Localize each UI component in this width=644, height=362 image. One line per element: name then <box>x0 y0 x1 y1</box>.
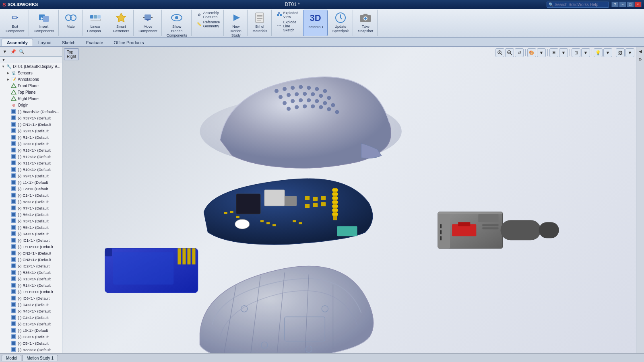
tab-model[interactable]: Model <box>2 355 21 361</box>
svg-rect-46 <box>12 142 15 145</box>
tree-component-4[interactable]: (-) R1<1> (Default <box>0 134 62 140</box>
svg-rect-80 <box>12 251 15 255</box>
update-speedpak-button[interactable]: UpdateSpeedpak <box>331 10 351 34</box>
svg-rect-40 <box>12 123 15 126</box>
filter-button[interactable]: ▼ <box>1 47 9 56</box>
3d-viewport[interactable]: ↺ 🎨 ▼ 👁 ▼ ⊞ ▼ 💡 ▼ 🖼 ▼ Top Right <box>62 47 636 353</box>
linear-component-button[interactable]: LinearCompon... <box>86 10 106 34</box>
tree-origin[interactable]: ⊕ Origin <box>0 102 62 108</box>
mate-button[interactable]: Mate <box>62 10 80 30</box>
tree-component-15[interactable]: (-) R7<1> (Default <box>0 205 62 211</box>
tree-root[interactable]: ▼ 🔧 DT01 (Default<Display 9... <box>0 63 62 70</box>
reference-geometry-button[interactable]: 📏 ReferenceGeometry <box>195 20 221 29</box>
smart-fasteners-button[interactable]: SmartFasteners <box>111 10 131 34</box>
tree-component-8[interactable]: (-) R11<1> (Default <box>0 160 62 166</box>
tree-component-21[interactable]: (-) LED2<1> (Default <box>0 243 62 250</box>
tree-component-36[interactable]: (-) C5<1> (Default <box>0 340 62 346</box>
svg-rect-164 <box>332 193 338 195</box>
tree-front-plane[interactable]: Front Plane <box>0 82 62 89</box>
tree-component-18[interactable]: (-) R5<1> (Default <box>0 224 62 230</box>
pin-button[interactable]: 📌 <box>9 47 17 56</box>
tree-component-12[interactable]: (-) L2<1> (Default <box>0 185 62 192</box>
tab-layout[interactable]: Layout <box>33 39 57 46</box>
tree-component-6[interactable]: (-) R15<1> (Default <box>0 147 62 153</box>
tree-component-1[interactable]: (-) R37<1> (Default <box>0 115 62 121</box>
tree-component-37[interactable]: (-) R38<1> (Default <box>0 346 62 353</box>
instant3d-button[interactable]: 3D Instant3D <box>306 11 325 30</box>
svg-rect-88 <box>12 277 15 280</box>
search-bar[interactable]: 🔍 Search SolidWorks Help <box>547 2 609 8</box>
tree-component-10[interactable]: (-) R9<1> (Default <box>0 173 62 179</box>
tree-component-25[interactable]: (-) R36<1> (Default <box>0 269 62 276</box>
tree-annotations[interactable]: ▶ 📝 Annotations <box>0 76 62 82</box>
svg-point-146 <box>303 104 307 108</box>
tree-component-14[interactable]: (-) R8<1> (Default <box>0 198 62 205</box>
tree-component-17[interactable]: (-) R3<1> (Default <box>0 218 62 224</box>
svg-rect-19 <box>256 13 264 23</box>
tree-component-24[interactable]: (-) IC2<1> (Default <box>0 263 62 269</box>
tree-component-33[interactable]: (-) C15<1> (Default <box>0 321 62 327</box>
tree-component-16[interactable]: (-) R6<1> (Default <box>0 211 62 218</box>
tree-component-9[interactable]: (-) R10<1> (Default <box>0 166 62 173</box>
move-component-button[interactable]: MoveComponent <box>137 10 159 34</box>
svg-rect-179 <box>299 222 302 224</box>
tree-component-29[interactable]: (-) IC6<1> (Default <box>0 295 62 301</box>
take-snapshot-button[interactable]: TakeSnapshot <box>356 10 375 34</box>
svg-rect-86 <box>12 271 15 274</box>
tree-component-30[interactable]: (-) D4<1> (Default <box>0 301 62 308</box>
linear-icon <box>89 11 102 24</box>
tree-component-35[interactable]: (-) C6<1> (Default <box>0 333 62 340</box>
bill-of-materials-button[interactable]: Bill ofMaterials <box>251 10 269 34</box>
svg-point-140 <box>307 98 311 102</box>
tree-component-7[interactable]: (-) R12<1> (Default <box>0 153 62 160</box>
tree-component-19[interactable]: (-) R4<1> (Default <box>0 230 62 237</box>
tab-assembly[interactable]: Assembly <box>2 39 33 46</box>
ribbon-group-bom: Bill ofMaterials <box>248 10 272 36</box>
panel-settings-button[interactable]: ⚙ <box>637 56 644 63</box>
tree-component-5[interactable]: (-) D3<1> (Default <box>0 140 62 147</box>
search-sidebar-button[interactable]: 🔍 <box>18 47 26 56</box>
tree-top-plane[interactable]: Top Plane <box>0 89 62 95</box>
tree-component-34[interactable]: (-) L3<1> (Default <box>0 327 62 333</box>
help-button[interactable]: ? <box>611 2 619 7</box>
tree-component-26[interactable]: (-) R13<1> (Default <box>0 276 62 282</box>
ribbon-group-instant3d: 3D Instant3D <box>303 10 328 36</box>
tree-component-27[interactable]: (-) R14<1> (Default <box>0 282 62 288</box>
svg-rect-68 <box>12 213 15 216</box>
svg-rect-36 <box>12 110 15 113</box>
tree-component-13[interactable]: (-) C1<1> (Default <box>0 192 62 198</box>
close-button[interactable]: × <box>634 2 642 7</box>
svg-rect-155 <box>285 196 297 206</box>
restore-button[interactable]: □ <box>627 2 634 7</box>
explode-line-button[interactable]: 〰 ExplodeLineSketch <box>275 20 300 33</box>
tree-right-plane[interactable]: Right Plane <box>0 95 62 102</box>
new-motion-study-button[interactable]: NewMotionStudy <box>227 10 245 38</box>
panel-collapse-button[interactable]: ◀ <box>637 47 644 55</box>
tree-component-31[interactable]: (-) R45<1> (Default <box>0 308 62 314</box>
title-text: DT01 * <box>38 2 547 7</box>
tree-component-2[interactable]: (-) CN1<1> (Default <box>0 121 62 128</box>
insert-components-button[interactable]: InsertComponents <box>32 10 56 34</box>
tree-component-20[interactable]: (-) IC1<1> (Default <box>0 237 62 243</box>
tree-component-0[interactable]: (-) Board<1> (Default<... <box>0 108 62 115</box>
tab-motion-study-1[interactable]: Motion Study 1 <box>22 355 58 361</box>
show-hidden-button[interactable]: ShowHiddenComponents <box>165 10 189 38</box>
tree-component-38[interactable]: (-) R39<1> (Default <box>0 353 62 353</box>
fasteners-icon <box>115 11 128 24</box>
tree-component-32[interactable]: (-) C4<1> (Default <box>0 314 62 321</box>
tab-sketch[interactable]: Sketch <box>57 39 81 46</box>
tab-evaluate[interactable]: Evaluate <box>81 39 109 46</box>
tree-component-11[interactable]: (-) L1<1> (Default <box>0 179 62 185</box>
assembly-features-button[interactable]: ⚙ AssemblyFeatures <box>195 10 221 19</box>
tree-sensors[interactable]: ▶ 📡 Sensors <box>0 70 62 76</box>
exploded-view-button[interactable]: ExplodedView <box>275 10 300 19</box>
svg-rect-26 <box>278 12 280 14</box>
tree-component-3[interactable]: (-) R2<1> (Default <box>0 128 62 134</box>
edit-component-button[interactable]: ✏ EditComponent <box>4 10 26 34</box>
tab-office-products[interactable]: Office Products <box>108 39 149 46</box>
svg-rect-177 <box>272 224 276 226</box>
tree-component-23[interactable]: (-) CN3<1> (Default <box>0 256 62 263</box>
minimize-button[interactable]: − <box>619 2 626 7</box>
tree-component-28[interactable]: (-) LED1<1> (Default <box>0 288 62 295</box>
tree-component-22[interactable]: (-) CN2<1> (Default <box>0 250 62 256</box>
